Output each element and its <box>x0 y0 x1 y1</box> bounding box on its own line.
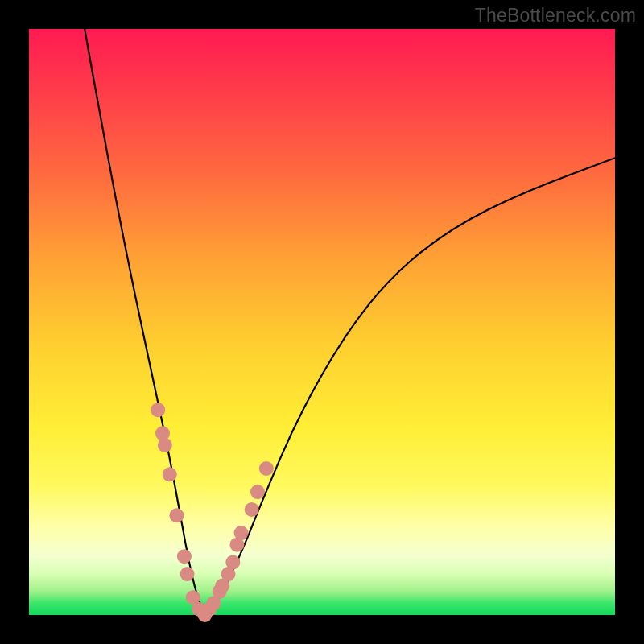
marker-point <box>163 467 177 481</box>
marker-point <box>158 438 172 452</box>
marker-point <box>225 555 240 569</box>
marker-point <box>234 526 249 540</box>
watermark-text: TheBottleneck.com <box>475 5 636 27</box>
marker-point <box>250 485 265 499</box>
marker-point <box>169 508 184 522</box>
marker-point <box>259 461 274 476</box>
bottleneck-curve <box>85 29 615 612</box>
marker-point <box>245 502 259 517</box>
marker-point <box>180 567 195 581</box>
marker-point <box>151 402 165 417</box>
marker-group <box>151 402 274 622</box>
plot-area <box>29 29 615 615</box>
curve-svg <box>29 29 615 615</box>
marker-point <box>177 549 192 564</box>
chart-frame: TheBottleneck.com <box>0 0 644 644</box>
